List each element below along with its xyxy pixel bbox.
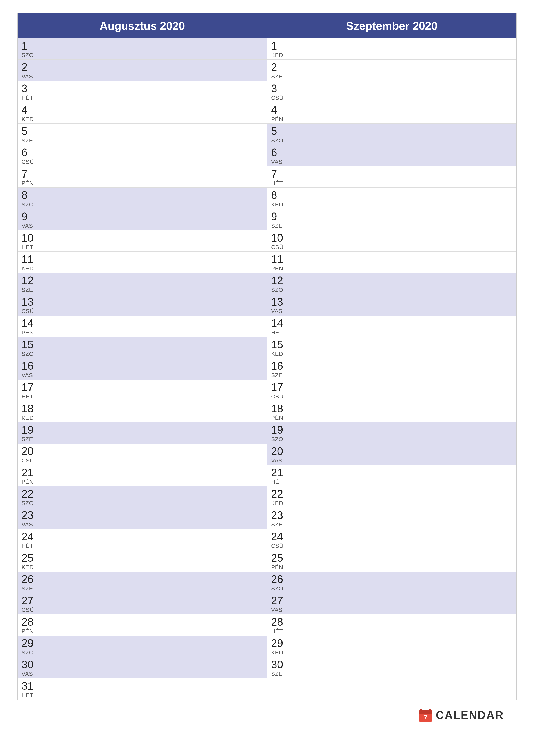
september-day-row: 2 SZE <box>267 60 516 81</box>
day-content <box>293 380 516 401</box>
august-day-row: 7 PÉN <box>18 166 267 188</box>
day-content <box>293 422 516 444</box>
day-number-area: 11 PÉN <box>267 252 293 273</box>
day-content <box>293 572 516 593</box>
day-content <box>293 678 516 697</box>
day-abbreviation: KED <box>271 649 289 656</box>
day-number: 18 <box>271 403 289 415</box>
day-abbreviation: HÉT <box>21 543 39 549</box>
september-column: 1 KED 2 SZE 3 CSÜ 4 PÉN 5 <box>267 39 516 700</box>
day-number: 12 <box>271 275 289 286</box>
august-day-row: 12 SZE <box>18 273 267 294</box>
day-number: 11 <box>21 254 39 265</box>
footer: 7 CALENDAR <box>17 702 517 726</box>
day-content <box>43 614 267 635</box>
day-abbreviation: VAS <box>271 308 289 315</box>
day-number-area: 22 SZO <box>18 486 43 507</box>
day-abbreviation: KED <box>271 201 289 208</box>
day-abbreviation: SZE <box>271 372 289 379</box>
day-number-area: 15 SZO <box>18 337 43 358</box>
day-abbreviation: SZO <box>271 585 289 592</box>
day-abbreviation: CSÜ <box>21 308 39 315</box>
september-title: Szeptember 2020 <box>346 20 438 32</box>
day-abbreviation: PÉN <box>21 479 39 485</box>
day-number: 27 <box>21 595 39 607</box>
day-abbreviation: PÉN <box>271 116 289 122</box>
day-number-area: 18 KED <box>18 401 43 422</box>
september-day-row: 28 HÉT <box>267 614 516 636</box>
day-content <box>43 294 267 315</box>
day-content <box>43 124 267 145</box>
day-number-area: 1 KED <box>267 39 293 60</box>
day-number-area: 23 SZE <box>267 508 293 529</box>
september-day-row: 3 CSÜ <box>267 81 516 102</box>
day-abbreviation: VAS <box>21 223 39 229</box>
day-abbreviation: PÉN <box>21 329 39 336</box>
day-number: 23 <box>21 509 39 521</box>
day-abbreviation: HÉT <box>271 180 289 187</box>
day-abbreviation: KED <box>21 564 39 571</box>
day-content <box>43 252 267 273</box>
day-number: 20 <box>271 446 289 457</box>
day-number-area: 9 SZE <box>267 209 293 230</box>
september-day-row: 5 SZO <box>267 124 516 145</box>
day-number: 22 <box>21 488 39 500</box>
day-abbreviation: SZO <box>21 649 39 656</box>
day-abbreviation: HÉT <box>271 479 289 485</box>
september-day-row: 14 HÉT <box>267 316 516 337</box>
day-number: 21 <box>271 467 289 479</box>
day-number-area: 21 HÉT <box>267 465 293 486</box>
august-title: Augusztus 2020 <box>100 20 185 32</box>
day-number-area: 26 SZE <box>18 572 43 593</box>
day-number-area: 17 CSÜ <box>267 380 293 401</box>
day-abbreviation: PÉN <box>21 628 39 635</box>
day-number: 10 <box>271 232 289 244</box>
day-number: 31 <box>21 680 39 692</box>
day-number: 1 <box>21 40 39 52</box>
day-number-area: 7 HÉT <box>267 166 293 187</box>
day-abbreviation: CSÜ <box>271 244 289 251</box>
september-day-row: 4 PÉN <box>267 102 516 124</box>
day-number-area: 25 KED <box>18 551 43 572</box>
september-day-row: 20 VAS <box>267 444 516 465</box>
day-content <box>293 614 516 635</box>
day-number: 14 <box>21 317 39 329</box>
calendar-logo-text: CALENDAR <box>436 709 504 721</box>
september-day-row: 25 PÉN <box>267 551 516 572</box>
day-number-area: 29 KED <box>267 636 293 657</box>
day-number-area: 11 KED <box>18 252 43 273</box>
day-abbreviation: VAS <box>21 671 39 677</box>
day-number: 13 <box>271 296 289 308</box>
august-day-row: 6 CSÜ <box>18 145 267 166</box>
day-content <box>43 422 267 444</box>
day-number-area: 5 SZO <box>267 124 293 145</box>
calendar-container: Augusztus 2020 Szeptember 2020 1 SZO 2 V… <box>17 13 517 700</box>
day-abbreviation: SZE <box>21 585 39 592</box>
day-number-area: 27 VAS <box>267 593 293 614</box>
day-number-area: 7 PÉN <box>18 166 43 187</box>
day-number-area: 2 SZE <box>267 60 293 81</box>
day-number-area: 26 SZO <box>267 572 293 593</box>
day-number-area: 1 SZO <box>18 39 43 60</box>
day-content <box>293 551 516 572</box>
day-abbreviation: PÉN <box>21 180 39 187</box>
day-content <box>43 230 267 252</box>
day-number-area: 31 HÉT <box>18 678 43 700</box>
day-number-area: 23 VAS <box>18 508 43 529</box>
day-content <box>43 337 267 358</box>
day-number: 15 <box>271 339 289 351</box>
day-content <box>293 508 516 529</box>
day-number: 15 <box>21 339 39 351</box>
day-number: 28 <box>21 616 39 628</box>
day-abbreviation: VAS <box>271 159 289 165</box>
day-number-area: 8 SZO <box>18 188 43 209</box>
day-number: 21 <box>21 467 39 479</box>
day-number-area <box>267 678 293 697</box>
day-content <box>293 39 516 60</box>
september-day-row: 16 SZE <box>267 358 516 380</box>
august-day-row: 30 VAS <box>18 657 267 678</box>
day-content <box>293 145 516 166</box>
day-abbreviation: SZE <box>21 436 39 443</box>
august-day-row: 19 SZE <box>18 422 267 444</box>
august-day-row: 24 HÉT <box>18 529 267 551</box>
